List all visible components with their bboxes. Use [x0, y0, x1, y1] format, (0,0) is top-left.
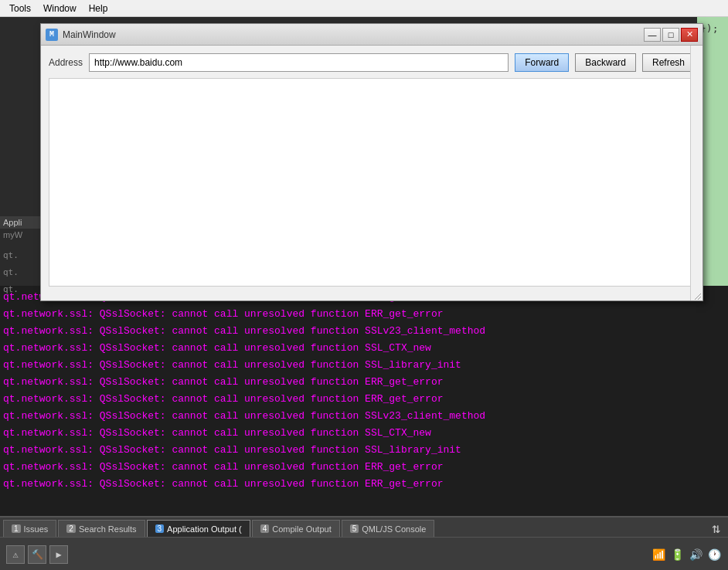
- tab-label: QML/JS Console: [362, 524, 426, 534]
- tab-application-output-[interactable]: 3Application Output (: [147, 520, 250, 537]
- clock-icon: 🕐: [706, 547, 722, 562]
- svg-line-0: [695, 293, 701, 300]
- tab-arrow-button[interactable]: ⇅: [707, 520, 725, 537]
- dialog-window-controls: — □ ✕: [644, 28, 698, 42]
- dialog-scrollbar[interactable]: [690, 46, 702, 300]
- tab-compile-output[interactable]: 4Compile Output: [252, 520, 340, 537]
- dialog-minimize-button[interactable]: —: [644, 28, 661, 42]
- refresh-button[interactable]: Refresh: [642, 53, 695, 72]
- build-icon[interactable]: 🔨: [28, 545, 46, 564]
- menu-bar: Tools Window Help: [0, 0, 728, 17]
- sound-icon[interactable]: 🔊: [688, 547, 703, 562]
- tab-search-results[interactable]: 2Search Results: [58, 520, 145, 537]
- bottom-status-bar: ⚠ 🔨 ▶ 📶 🔋 🔊 🕐: [0, 538, 728, 570]
- run-icon[interactable]: ▶: [49, 545, 68, 564]
- tab-qmljs-console[interactable]: 5QML/JS Console: [342, 520, 435, 537]
- dialog-content: Address Forward Backward Refresh: [41, 46, 702, 294]
- menu-help[interactable]: Help: [83, 2, 114, 15]
- tab-label: Issues: [24, 524, 49, 534]
- tab-number: 5: [350, 524, 359, 533]
- modal-overlay: M MainWindow — □ ✕ Address Forward Backw…: [0, 17, 728, 516]
- address-bar: Address Forward Backward Refresh: [49, 53, 695, 72]
- backward-button[interactable]: Backward: [575, 53, 636, 72]
- menu-window[interactable]: Window: [37, 2, 83, 15]
- tab-number: 1: [12, 524, 21, 533]
- dialog-app-icon: M: [46, 29, 58, 41]
- tab-number: 2: [66, 524, 76, 533]
- main-window-dialog: M MainWindow — □ ✕ Address Forward Backw…: [40, 23, 703, 301]
- battery-icon: 🔋: [669, 547, 685, 562]
- dialog-resize-handle[interactable]: [692, 290, 701, 299]
- tab-bar: 1Issues2Search Results3Application Outpu…: [0, 517, 728, 538]
- address-input[interactable]: [89, 53, 509, 72]
- issues-icon[interactable]: ⚠: [6, 545, 25, 564]
- tab-number: 3: [155, 524, 165, 533]
- network-icon[interactable]: 📶: [651, 547, 666, 562]
- address-label: Address: [49, 57, 83, 68]
- dialog-maximize-button[interactable]: □: [662, 28, 679, 42]
- resize-icon: [692, 290, 701, 300]
- status-icons-right: 📶 🔋 🔊 🕐: [651, 547, 722, 562]
- bottom-panel: 1Issues2Search Results3Application Outpu…: [0, 516, 728, 570]
- tab-issues[interactable]: 1Issues: [3, 520, 56, 537]
- dialog-title: MainWindow: [63, 29, 644, 40]
- forward-button[interactable]: Forward: [515, 53, 569, 72]
- tab-label: Search Results: [79, 524, 137, 534]
- tab-label: Application Output (: [167, 524, 242, 534]
- tab-number: 4: [260, 524, 270, 533]
- dialog-close-button[interactable]: ✕: [681, 28, 698, 42]
- web-content-area: [49, 78, 695, 287]
- svg-line-1: [698, 297, 701, 300]
- menu-tools[interactable]: Tools: [3, 2, 37, 15]
- dialog-titlebar[interactable]: M MainWindow — □ ✕: [41, 24, 702, 46]
- tab-label: Compile Output: [272, 524, 331, 534]
